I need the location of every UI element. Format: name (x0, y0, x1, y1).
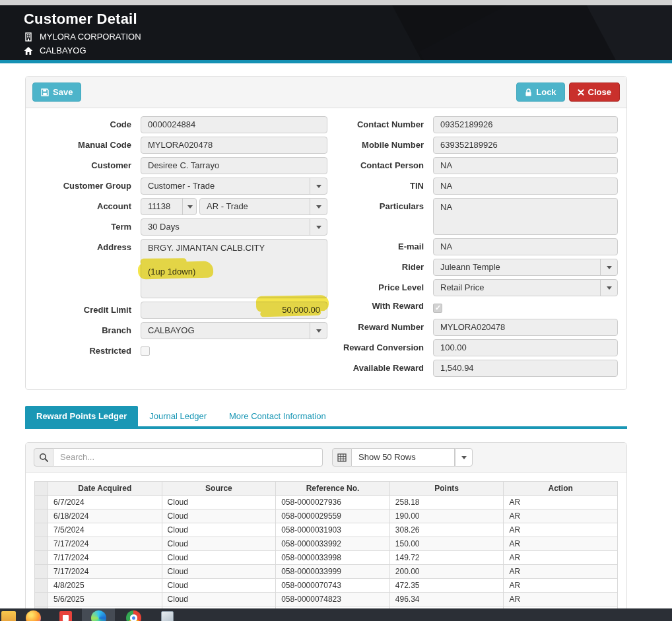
term-select[interactable]: 30 Days (141, 218, 327, 236)
firefox-icon[interactable] (26, 610, 41, 621)
column-header[interactable]: Source (162, 482, 276, 496)
search-input[interactable] (53, 448, 323, 467)
close-button[interactable]: Close (569, 82, 620, 102)
column-header[interactable]: Reference No. (276, 482, 390, 496)
row-selector[interactable] (35, 579, 48, 593)
table-row[interactable]: 6/18/2024Cloud058-0000029559190.00AR (35, 509, 618, 523)
row-selector[interactable] (35, 537, 48, 551)
field-customer-group: Customer Group Customer - Trade (35, 178, 327, 195)
cell: Cloud (162, 579, 276, 593)
lock-button[interactable]: Lock (516, 82, 564, 102)
form-left-column: Code 0000024884 Manual Code MYLORA020478… (35, 116, 327, 380)
cell: 6/7/2024 (48, 496, 162, 509)
cell: 058-0000027936 (276, 496, 390, 509)
folder-icon[interactable] (1, 611, 16, 621)
account-code-select[interactable]: 11138 (141, 198, 197, 215)
chevron-down-icon[interactable] (455, 448, 473, 467)
account-name-select[interactable]: AR - Trade (199, 198, 327, 215)
price-level-select[interactable]: Retail Price (433, 279, 618, 296)
cell: Cloud (162, 496, 276, 509)
cell: 258.18 (389, 496, 504, 509)
column-header[interactable]: Action (504, 482, 618, 496)
lock-label: Lock (536, 87, 556, 97)
save-button[interactable]: Save (32, 82, 81, 102)
restricted-checkbox[interactable] (141, 346, 150, 356)
cell: 5/6/2025 (48, 593, 162, 606)
code-label: Code (35, 116, 131, 133)
cell: 150.00 (389, 537, 504, 551)
tab-more-contact-information[interactable]: More Contact Information (218, 406, 337, 426)
reward-conversion-label: Reward Conversion (327, 339, 424, 356)
branch-select[interactable]: CALBAYOG (141, 322, 327, 339)
tab-reward-points-ledger[interactable]: Reward Points Ledger (25, 406, 138, 426)
address-textarea[interactable]: BRGY. JIMANTAN CALB.CITY (1up 1down) (141, 239, 327, 298)
credit-limit-input[interactable]: 50,000.00 (141, 302, 327, 319)
row-selector[interactable] (35, 565, 48, 579)
edge-icon[interactable] (82, 608, 115, 621)
with-reward-checkbox[interactable] (433, 304, 442, 313)
table-row[interactable]: 7/17/2024Cloud058-0000033999200.00AR (35, 565, 618, 579)
rider-label: Rider (327, 259, 424, 276)
contact-number-input[interactable]: 09352189926 (433, 116, 618, 133)
reward-conversion-input[interactable]: 100.00 (433, 339, 618, 356)
customer-input[interactable]: Desiree C. Tarrayo (141, 157, 327, 174)
row-selector[interactable] (35, 496, 48, 509)
row-selector[interactable] (35, 593, 48, 606)
column-header[interactable]: Date Acquired (48, 482, 162, 496)
field-email: E-mail NA (327, 238, 618, 255)
chevron-down-icon[interactable] (310, 322, 327, 339)
close-label: Close (588, 87, 611, 97)
chevron-down-icon[interactable] (600, 279, 618, 296)
cell: 7/17/2024 (48, 537, 162, 551)
column-header[interactable]: Points (389, 482, 504, 496)
row-selector[interactable] (35, 509, 48, 523)
cell: 7/17/2024 (48, 551, 162, 565)
table-row[interactable]: 4/8/2025Cloud058-0000070743472.35AR (35, 579, 618, 593)
row-selector[interactable] (35, 551, 48, 565)
mobile-number-input[interactable]: 639352189926 (433, 137, 618, 154)
cell: 058-0000033999 (276, 565, 390, 579)
chevron-down-icon[interactable] (310, 218, 327, 236)
available-reward-input[interactable]: 1,540.94 (433, 360, 618, 377)
table-row[interactable]: 6/7/2024Cloud058-0000027936258.18AR (35, 496, 618, 509)
cell: 058-0000029559 (276, 509, 390, 523)
email-input[interactable]: NA (433, 238, 618, 255)
show-rows-value[interactable]: Show 50 Rows (352, 448, 455, 467)
contact-person-input[interactable]: NA (433, 157, 618, 174)
cell: AR (504, 496, 618, 509)
rider-select[interactable]: Juleann Temple (433, 259, 618, 276)
table-row[interactable]: 5/6/2025Cloud058-0000074823496.34AR (35, 593, 618, 606)
page-header: Customer Detail MYLORA CORPORATION CALBA… (0, 5, 672, 63)
tab-journal-ledger[interactable]: Journal Ledger (138, 406, 218, 426)
chevron-down-icon[interactable] (310, 198, 327, 215)
chevron-down-icon[interactable] (600, 259, 618, 276)
manual-code-input[interactable]: MYLORA020478 (141, 137, 327, 154)
field-manual-code: Manual Code MYLORA020478 (35, 137, 327, 154)
chevron-down-icon[interactable] (182, 198, 197, 215)
cell: AR (504, 551, 618, 565)
row-selector[interactable] (35, 523, 48, 537)
field-price-level: Price Level Retail Price (327, 279, 618, 296)
cell: 200.00 (389, 565, 504, 579)
breadcrumb-company: MYLORA CORPORATION (24, 32, 672, 42)
tin-input[interactable]: NA (433, 178, 618, 195)
search-group (34, 448, 323, 467)
cell: Cloud (162, 509, 276, 523)
table-row[interactable]: 7/17/2024Cloud058-0000033992150.00AR (35, 537, 618, 551)
reward-number-input[interactable]: MYLORA020478 (433, 319, 618, 336)
code-input[interactable]: 0000024884 (141, 116, 327, 133)
chevron-down-icon[interactable] (310, 178, 327, 195)
file-icon[interactable] (161, 611, 174, 621)
ledger-table-body: 6/7/2024Cloud058-0000027936258.18AR6/18/… (35, 496, 618, 620)
red-app-icon[interactable] (59, 611, 72, 621)
branch-label: Branch (35, 322, 131, 339)
field-available-reward: Available Reward 1,540.94 (327, 360, 618, 377)
particulars-textarea[interactable]: NA (433, 198, 618, 235)
customer-group-select[interactable]: Customer - Trade (141, 178, 327, 195)
table-row[interactable]: 7/5/2024Cloud058-0000031903308.26AR (35, 523, 618, 537)
table-row[interactable]: 7/17/2024Cloud058-0000033998149.72AR (35, 551, 618, 565)
account-label: Account (35, 198, 131, 215)
cell: 7/5/2024 (48, 523, 162, 537)
cell: AR (504, 523, 618, 537)
chrome-icon[interactable] (126, 610, 141, 621)
